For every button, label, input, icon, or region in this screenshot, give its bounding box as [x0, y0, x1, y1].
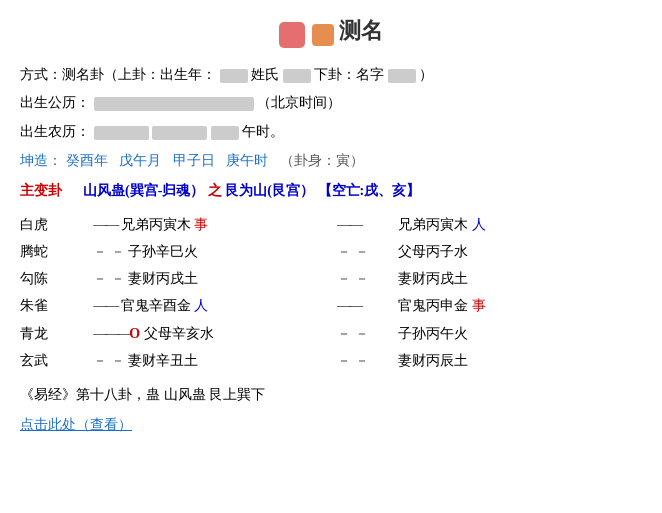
yao-line2-2: 妻财丙戌土 — [398, 265, 642, 292]
gua-name1: 山风蛊(巽宫-归魂） — [83, 183, 204, 198]
yao-table: 白虎—— 兄弟丙寅木 事—— 兄弟丙寅木 人腾蛇－ － 子孙辛巳火－ － 父母丙… — [20, 211, 642, 374]
yao-line2-3: 官鬼丙申金 事 — [398, 292, 642, 319]
blurred-nong1 — [94, 126, 149, 140]
ganzhi-year: 癸酉年 — [66, 153, 108, 168]
yao-line1-1: － － 子孙辛巳火 — [93, 238, 337, 265]
blurred-nong3 — [211, 126, 239, 140]
birth-nong-suffix: 午时。 — [242, 124, 284, 139]
yao-row-0: 白虎—— 兄弟丙寅木 事—— 兄弟丙寅木 人 — [20, 211, 642, 238]
yao-change-5: － － — [337, 347, 398, 374]
yao-line1-4: ———O 父母辛亥水 — [93, 320, 337, 347]
yao-row-4: 青龙———O 父母辛亥水－ － 子孙丙午火 — [20, 320, 642, 347]
yao-shen-0: 白虎 — [20, 211, 93, 238]
blurred-year — [220, 69, 248, 83]
ganzhi-day: 甲子日 — [173, 153, 215, 168]
birth-gong-line: 出生公历： （北京时间） — [20, 90, 642, 117]
yao-shen-1: 腾蛇 — [20, 238, 93, 265]
yao-change-2: － － — [337, 265, 398, 292]
yao-row-1: 腾蛇－ － 子孙辛巳火－ － 父母丙子水 — [20, 238, 642, 265]
yao-row-2: 勾陈－ － 妻财丙戌土－ － 妻财丙戌土 — [20, 265, 642, 292]
yao-line2-0: 兄弟丙寅木 人 — [398, 211, 642, 238]
yao-line1-0: —— 兄弟丙寅木 事 — [93, 211, 337, 238]
yao-change-1: － － — [337, 238, 398, 265]
ganzhi-hour: 庚午时 — [226, 153, 268, 168]
jing-row: 《易经》第十八卦，蛊 山风蛊 艮上巽下 — [20, 382, 642, 409]
yao-line1-2: － － 妻财丙戌土 — [93, 265, 337, 292]
yao-row-5: 玄武－ － 妻财辛丑土－ － 妻财丙辰土 — [20, 347, 642, 374]
ganzhi-paren: （卦身：寅） — [280, 153, 364, 168]
fangshi-xingshi: 姓氏 — [251, 67, 279, 82]
ganzhi-label: 坤造： — [20, 153, 62, 168]
main-gua-space — [66, 183, 80, 198]
birth-gong-label: 出生公历： — [20, 95, 90, 110]
page-title: 测名 — [339, 18, 383, 43]
yao-change-3: —— — [337, 292, 398, 319]
yao-shen-5: 玄武 — [20, 347, 93, 374]
main-gua-row: 主变卦 山风蛊(巽宫-归魂） 之 艮为山(艮宫） 【空亡:戌、亥】 — [20, 178, 642, 205]
birth-nong-line: 出生农历： 午时。 — [20, 119, 642, 146]
yao-line1-5: － － 妻财辛丑土 — [93, 347, 337, 374]
fangshi-label: 方式：测名卦（上卦：出生年： — [20, 67, 216, 82]
yao-change-4: － － — [337, 320, 398, 347]
yao-shen-3: 朱雀 — [20, 292, 93, 319]
title-icon1 — [279, 22, 305, 48]
title-area: 测名 — [20, 16, 642, 48]
blurred-nong2 — [152, 126, 207, 140]
blurred-gong — [94, 97, 254, 111]
yao-row-3: 朱雀—— 官鬼辛酉金 人—— 官鬼丙申金 事 — [20, 292, 642, 319]
gua-name2: 艮为山(艮宫） — [225, 183, 314, 198]
gua-kongwang: 【空亡:戌、亥】 — [318, 183, 421, 198]
yao-change-0: —— — [337, 211, 398, 238]
jing-text: 《易经》第十八卦，蛊 山风蛊 艮上巽下 — [20, 387, 265, 402]
title-icon2 — [312, 24, 334, 46]
ganzhi-month: 戊午月 — [119, 153, 161, 168]
blurred-xing — [283, 69, 311, 83]
birth-gong-suffix: （北京时间） — [257, 95, 341, 110]
gua-zhi: 之 — [208, 183, 222, 198]
main-gua-prefix: 主变卦 — [20, 183, 62, 198]
birth-nong-label: 出生农历： — [20, 124, 90, 139]
fangshi-line: 方式：测名卦（上卦：出生年： 姓氏 下卦：名字 ） — [20, 62, 642, 89]
yao-line2-5: 妻财丙辰土 — [398, 347, 642, 374]
yao-line2-4: 子孙丙午火 — [398, 320, 642, 347]
yao-shen-4: 青龙 — [20, 320, 93, 347]
footer-link[interactable]: 点击此处（查看） — [20, 412, 642, 439]
yao-shen-2: 勾陈 — [20, 265, 93, 292]
ganzhi-row: 坤造： 癸酉年 戊午月 甲子日 庚午时 （卦身：寅） — [20, 148, 642, 175]
yao-line1-3: —— 官鬼辛酉金 人 — [93, 292, 337, 319]
fangshi-close: ） — [419, 67, 433, 82]
fangshi-xiagua: 下卦：名字 — [314, 67, 384, 82]
blurred-name — [388, 69, 416, 83]
yao-line2-1: 父母丙子水 — [398, 238, 642, 265]
